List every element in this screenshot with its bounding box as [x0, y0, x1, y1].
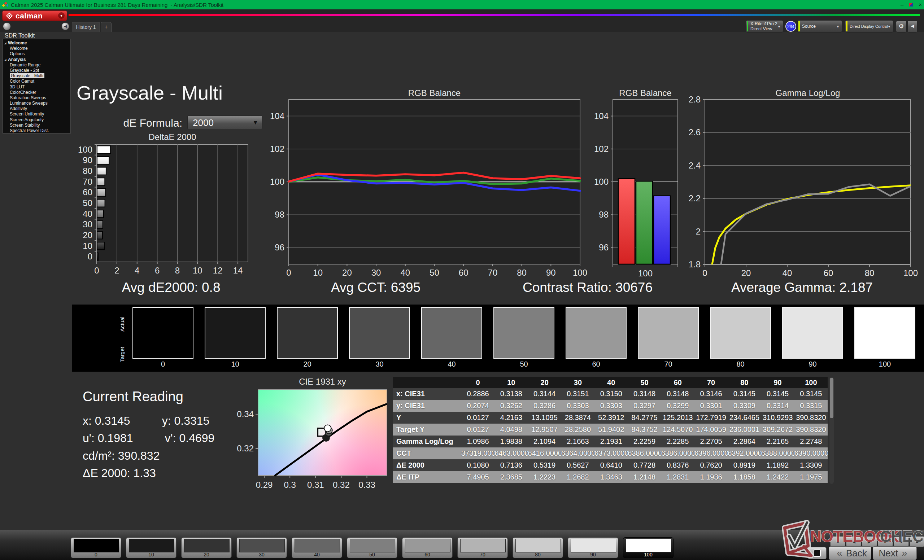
source-dropdown[interactable]: Source ▼: [797, 20, 842, 33]
grayscale-data-table: 0102030405060708090100x: CIE310.28860.31…: [393, 377, 828, 483]
pattern-button-30[interactable]: 30: [236, 537, 287, 558]
table-corner-cell: [393, 377, 461, 388]
sidebar-item-screen-angularity[interactable]: Screen Angularity: [3, 117, 70, 123]
sidebar-item-spectral-power-dist[interactable]: Spectral Power Dist.: [3, 128, 70, 133]
tick-label: 102: [594, 144, 609, 154]
workflow-options-button[interactable]: [3, 22, 11, 30]
pattern-button-80[interactable]: 80: [513, 537, 563, 558]
sidebar-item-color-gamut[interactable]: Color Gamut: [3, 79, 70, 84]
tick-label: 100: [594, 177, 609, 187]
tick-label: 70: [488, 268, 498, 277]
table-col-header: 80: [728, 377, 761, 388]
tick-label: 100: [78, 145, 92, 154]
table-cell: 2.2864: [728, 436, 761, 448]
pattern-button-70[interactable]: 70: [457, 537, 508, 558]
pattern-button-90[interactable]: 90: [568, 537, 618, 558]
table-cell: 4.2163: [495, 412, 528, 424]
add-tab-button[interactable]: +: [101, 22, 111, 32]
sidebar-item-options[interactable]: Options: [3, 51, 70, 57]
table-cell: 0.2886: [461, 388, 495, 400]
table-cell: 0.1080: [461, 459, 495, 471]
daylight-locus-line: [274, 404, 387, 476]
restore-icon: [909, 3, 913, 6]
grayscale-swatch-20: [277, 307, 338, 359]
sidebar-item-screen-uniformity[interactable]: Screen Uniformity: [3, 111, 70, 117]
table-cell: 0.3262: [495, 400, 528, 412]
pattern-swatch: [515, 539, 561, 553]
pattern-button-0[interactable]: 0: [71, 537, 121, 558]
grayscale-swatch-30: [349, 307, 410, 359]
swatch-level-label: 50: [494, 360, 554, 368]
pattern-level-label: 70: [458, 552, 507, 557]
stat-avg-gamma: Average Gamma: 2.187: [731, 280, 873, 295]
display-control-dropdown[interactable]: Direct Display Control ▼: [845, 20, 893, 33]
sidebar-item-screen-stability[interactable]: Screen Stability: [3, 123, 70, 128]
sidebar-item-luminance-sweeps[interactable]: Luminance Sweeps: [3, 101, 70, 106]
tick-label: 100: [638, 268, 652, 278]
logo-bar: calman ▾: [0, 9, 924, 21]
pattern-button-50[interactable]: 50: [347, 537, 398, 558]
sidebar-item-additivity[interactable]: Additivity: [3, 106, 70, 111]
sidebar-item-3d-lut[interactable]: 3D LUT: [3, 84, 70, 90]
tick-label: 6: [155, 265, 159, 275]
table-cell: 0.3299: [661, 400, 694, 412]
meter-dropdown[interactable]: X-Rite i1Pro 2 Direct View ▼: [746, 20, 783, 33]
tick-label: CIE 1931 xy: [299, 377, 346, 386]
window-title: Calman 2025 Calman Ultimate for Business…: [11, 2, 224, 8]
table-col-header: 40: [594, 377, 628, 388]
table-cell: 52.3912: [594, 412, 628, 424]
tick-label: 40: [400, 268, 410, 277]
minimize-button[interactable]: –: [900, 0, 903, 9]
table-cell: 0.3303: [561, 400, 594, 412]
sidebar-item-saturation-sweeps[interactable]: Saturation Sweeps: [3, 95, 70, 101]
restore-button[interactable]: [909, 0, 913, 9]
grayscale-swatch-90: [782, 307, 843, 359]
sidebar-collapse-button[interactable]: ◀: [62, 22, 69, 30]
pattern-swatch: [129, 539, 174, 553]
table-cell: 6392.0000: [728, 448, 761, 459]
settings-button[interactable]: ⚙: [896, 21, 907, 33]
table-cell: 0.3315: [794, 400, 828, 412]
table-cell: 1.2682: [561, 471, 594, 483]
expander-triangle-icon[interactable]: ◢: [4, 57, 6, 63]
grayscale-swatch-100: [854, 307, 915, 359]
pattern-swatch: [460, 539, 506, 553]
de-formula-select[interactable]: 2000 ▼: [188, 115, 262, 129]
expander-triangle-icon[interactable]: ◢: [4, 40, 6, 46]
tick-label: 0.29: [256, 480, 273, 490]
table-cell: 1.1975: [794, 471, 828, 483]
tab-history-1[interactable]: History 1: [72, 22, 100, 32]
table-cell: 390.8320: [794, 412, 828, 424]
table-row: x: CIE310.28860.31380.31440.31510.31500.…: [393, 388, 828, 400]
table-row-label: y: CIE31: [393, 400, 461, 412]
sidebar-item-grayscale-2pt[interactable]: Grayscale - 2pt: [3, 68, 70, 73]
sidebar-item-analysis[interactable]: ◢Analysis: [3, 57, 70, 63]
sidebar-item-welcome[interactable]: ◢Welcome: [3, 40, 70, 46]
sidebar-item-dynamic-range[interactable]: Dynamic Range: [3, 63, 70, 68]
close-button[interactable]: ×: [919, 0, 922, 9]
table-cell: 0.7620: [694, 459, 728, 471]
table-scrollbar-thumb[interactable]: [830, 378, 833, 418]
pattern-level-label: 60: [402, 552, 452, 557]
sidebar-item-colorchecker[interactable]: ColorChecker: [3, 90, 70, 95]
pattern-button-60[interactable]: 60: [402, 537, 453, 558]
sidebar-item-grayscale-multi[interactable]: Grayscale - Multi: [3, 73, 70, 79]
table-cell: 1.3309: [794, 459, 828, 471]
sidebar-item-welcome[interactable]: Welcome: [3, 46, 70, 51]
table-cell: 2.2165: [761, 436, 794, 448]
table-row-label: x: CIE31: [393, 388, 461, 400]
bar-blue: [654, 196, 670, 264]
rgb-balance-bar-chart: RGB Balance9698100102104100: [595, 90, 686, 280]
collapse-panel-button[interactable]: ◀: [908, 21, 918, 33]
calman-menu-button[interactable]: calman ▾: [2, 10, 67, 21]
pattern-button-20[interactable]: 20: [181, 537, 232, 558]
table-row-label: CCT: [393, 448, 461, 459]
table-cell: 0.3144: [528, 388, 561, 400]
tick-label: 0.33: [358, 480, 375, 490]
pattern-button-100[interactable]: 100: [623, 537, 674, 558]
de-formula-label: dE Formula:: [108, 117, 182, 129]
chevron-left-icon: ◀: [64, 24, 67, 28]
table-cell: 0.2074: [461, 400, 495, 412]
pattern-button-40[interactable]: 40: [292, 537, 342, 558]
pattern-button-10[interactable]: 10: [126, 537, 177, 558]
